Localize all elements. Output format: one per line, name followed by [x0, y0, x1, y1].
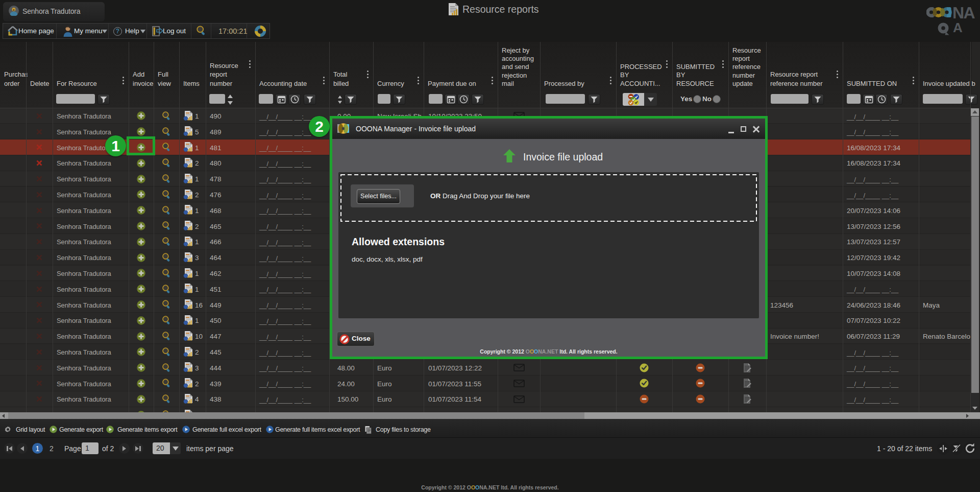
svg-text:A: A: [953, 20, 963, 35]
svg-text:NA: NA: [952, 6, 975, 22]
